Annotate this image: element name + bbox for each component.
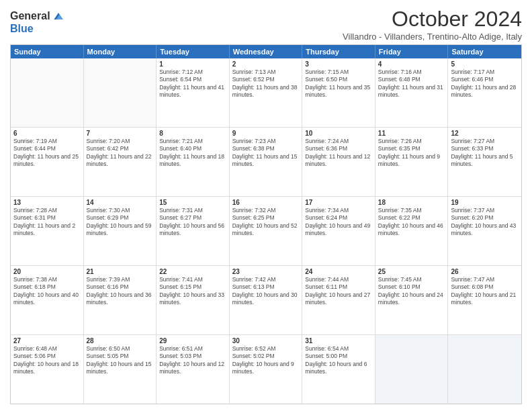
calendar-header: SundayMondayTuesdayWednesdayThursdayFrid… <box>11 45 521 58</box>
cell-sun-info: Sunrise: 7:15 AM Sunset: 6:50 PM Dayligh… <box>305 68 372 99</box>
calendar: SundayMondayTuesdayWednesdayThursdayFrid… <box>10 44 522 404</box>
header-day-friday: Friday <box>375 45 449 58</box>
day-cell-20: 20Sunrise: 7:38 AM Sunset: 6:18 PM Dayli… <box>11 266 84 334</box>
day-number: 26 <box>451 268 519 275</box>
day-cell-4: 4Sunrise: 7:16 AM Sunset: 6:48 PM Daylig… <box>375 58 449 127</box>
header-day-tuesday: Tuesday <box>157 45 230 58</box>
day-cell-15: 15Sunrise: 7:31 AM Sunset: 6:27 PM Dayli… <box>157 197 230 265</box>
location-subtitle: Villandro - Villanders, Trentino-Alto Ad… <box>343 32 522 42</box>
day-number: 9 <box>232 130 300 137</box>
cell-sun-info: Sunrise: 7:37 AM Sunset: 6:20 PM Dayligh… <box>451 207 519 238</box>
day-number: 30 <box>232 337 300 345</box>
calendar-week-2: 6Sunrise: 7:19 AM Sunset: 6:44 PM Daylig… <box>11 128 521 197</box>
header: General Blue October 2024 Villandro - Vi… <box>10 7 522 42</box>
calendar-week-4: 20Sunrise: 7:38 AM Sunset: 6:18 PM Dayli… <box>11 266 521 335</box>
cell-sun-info: Sunrise: 7:45 AM Sunset: 6:10 PM Dayligh… <box>378 276 445 307</box>
day-number: 29 <box>159 337 226 345</box>
day-cell-22: 22Sunrise: 7:41 AM Sunset: 6:15 PM Dayli… <box>157 266 230 334</box>
day-cell-2: 2Sunrise: 7:13 AM Sunset: 6:52 PM Daylig… <box>230 58 303 127</box>
day-number: 31 <box>305 337 372 345</box>
logo-icon <box>52 9 65 23</box>
day-number: 25 <box>378 268 445 275</box>
day-number: 6 <box>13 130 81 137</box>
day-cell-5: 5Sunrise: 7:17 AM Sunset: 6:46 PM Daylig… <box>448 58 521 127</box>
day-cell-6: 6Sunrise: 7:19 AM Sunset: 6:44 PM Daylig… <box>11 128 84 196</box>
empty-cell <box>375 335 449 404</box>
cell-sun-info: Sunrise: 7:30 AM Sunset: 6:29 PM Dayligh… <box>87 207 154 238</box>
day-cell-10: 10Sunrise: 7:24 AM Sunset: 6:36 PM Dayli… <box>302 128 375 196</box>
cell-sun-info: Sunrise: 6:52 AM Sunset: 5:02 PM Dayligh… <box>232 345 300 376</box>
day-number: 1 <box>159 60 226 68</box>
day-cell-19: 19Sunrise: 7:37 AM Sunset: 6:20 PM Dayli… <box>448 197 521 265</box>
day-cell-26: 26Sunrise: 7:47 AM Sunset: 6:08 PM Dayli… <box>448 266 521 334</box>
day-cell-24: 24Sunrise: 7:44 AM Sunset: 6:11 PM Dayli… <box>302 266 375 334</box>
calendar-week-5: 27Sunrise: 6:48 AM Sunset: 5:06 PM Dayli… <box>11 335 521 404</box>
header-day-saturday: Saturday <box>448 45 521 58</box>
day-cell-14: 14Sunrise: 7:30 AM Sunset: 6:29 PM Dayli… <box>84 197 157 265</box>
day-cell-23: 23Sunrise: 7:42 AM Sunset: 6:13 PM Dayli… <box>230 266 303 334</box>
cell-sun-info: Sunrise: 7:38 AM Sunset: 6:18 PM Dayligh… <box>13 276 81 307</box>
day-number: 11 <box>378 130 445 137</box>
day-number: 4 <box>378 60 445 68</box>
month-title: October 2024 <box>343 7 522 32</box>
day-number: 24 <box>305 268 372 275</box>
day-cell-28: 28Sunrise: 6:50 AM Sunset: 5:05 PM Dayli… <box>84 335 157 404</box>
day-cell-16: 16Sunrise: 7:32 AM Sunset: 6:25 PM Dayli… <box>230 197 303 265</box>
cell-sun-info: Sunrise: 7:28 AM Sunset: 6:31 PM Dayligh… <box>13 207 81 238</box>
cell-sun-info: Sunrise: 7:32 AM Sunset: 6:25 PM Dayligh… <box>232 207 300 238</box>
header-day-sunday: Sunday <box>11 45 84 58</box>
day-number: 10 <box>305 130 372 137</box>
day-number: 18 <box>378 199 445 206</box>
cell-sun-info: Sunrise: 7:39 AM Sunset: 6:16 PM Dayligh… <box>87 276 154 307</box>
day-number: 23 <box>232 268 300 275</box>
logo: General Blue <box>10 9 65 35</box>
cell-sun-info: Sunrise: 7:27 AM Sunset: 6:33 PM Dayligh… <box>451 138 519 169</box>
cell-sun-info: Sunrise: 7:23 AM Sunset: 6:38 PM Dayligh… <box>232 138 300 169</box>
cell-sun-info: Sunrise: 7:42 AM Sunset: 6:13 PM Dayligh… <box>232 276 300 307</box>
day-number: 20 <box>13 268 81 275</box>
page: General Blue October 2024 Villandro - Vi… <box>0 0 532 411</box>
cell-sun-info: Sunrise: 7:20 AM Sunset: 6:42 PM Dayligh… <box>87 138 154 169</box>
day-cell-11: 11Sunrise: 7:26 AM Sunset: 6:35 PM Dayli… <box>375 128 449 196</box>
day-number: 12 <box>451 130 519 137</box>
day-cell-13: 13Sunrise: 7:28 AM Sunset: 6:31 PM Dayli… <box>11 197 84 265</box>
cell-sun-info: Sunrise: 7:21 AM Sunset: 6:40 PM Dayligh… <box>159 138 226 169</box>
day-cell-7: 7Sunrise: 7:20 AM Sunset: 6:42 PM Daylig… <box>84 128 157 196</box>
cell-sun-info: Sunrise: 7:31 AM Sunset: 6:27 PM Dayligh… <box>159 207 226 238</box>
day-number: 19 <box>451 199 519 206</box>
day-number: 7 <box>87 130 154 137</box>
day-number: 8 <box>159 130 226 137</box>
cell-sun-info: Sunrise: 7:47 AM Sunset: 6:08 PM Dayligh… <box>451 276 519 307</box>
day-cell-1: 1Sunrise: 7:12 AM Sunset: 6:54 PM Daylig… <box>157 58 230 127</box>
day-number: 17 <box>305 199 372 206</box>
header-day-wednesday: Wednesday <box>230 45 303 58</box>
day-number: 27 <box>13 337 81 345</box>
cell-sun-info: Sunrise: 7:24 AM Sunset: 6:36 PM Dayligh… <box>305 138 372 169</box>
calendar-week-1: 1Sunrise: 7:12 AM Sunset: 6:54 PM Daylig… <box>11 58 521 128</box>
day-cell-8: 8Sunrise: 7:21 AM Sunset: 6:40 PM Daylig… <box>157 128 230 196</box>
day-number: 14 <box>87 199 154 206</box>
cell-sun-info: Sunrise: 7:44 AM Sunset: 6:11 PM Dayligh… <box>305 276 372 307</box>
empty-cell <box>84 58 157 127</box>
day-cell-12: 12Sunrise: 7:27 AM Sunset: 6:33 PM Dayli… <box>448 128 521 196</box>
header-day-monday: Monday <box>84 45 157 58</box>
day-number: 2 <box>232 60 300 68</box>
empty-cell <box>11 58 84 127</box>
cell-sun-info: Sunrise: 7:17 AM Sunset: 6:46 PM Dayligh… <box>451 68 519 99</box>
day-cell-30: 30Sunrise: 6:52 AM Sunset: 5:02 PM Dayli… <box>230 335 303 404</box>
header-day-thursday: Thursday <box>302 45 375 58</box>
day-cell-9: 9Sunrise: 7:23 AM Sunset: 6:38 PM Daylig… <box>230 128 303 196</box>
title-section: October 2024 Villandro - Villanders, Tre… <box>343 7 522 42</box>
day-cell-18: 18Sunrise: 7:35 AM Sunset: 6:22 PM Dayli… <box>375 197 449 265</box>
cell-sun-info: Sunrise: 7:26 AM Sunset: 6:35 PM Dayligh… <box>378 138 445 169</box>
cell-sun-info: Sunrise: 7:19 AM Sunset: 6:44 PM Dayligh… <box>13 138 81 169</box>
cell-sun-info: Sunrise: 7:13 AM Sunset: 6:52 PM Dayligh… <box>232 68 300 99</box>
day-number: 15 <box>159 199 226 206</box>
logo-general-text: General <box>10 10 50 22</box>
day-number: 5 <box>451 60 519 68</box>
day-cell-25: 25Sunrise: 7:45 AM Sunset: 6:10 PM Dayli… <box>375 266 449 334</box>
cell-sun-info: Sunrise: 6:51 AM Sunset: 5:03 PM Dayligh… <box>159 345 226 376</box>
day-number: 28 <box>87 337 154 345</box>
cell-sun-info: Sunrise: 7:12 AM Sunset: 6:54 PM Dayligh… <box>159 68 226 99</box>
calendar-week-3: 13Sunrise: 7:28 AM Sunset: 6:31 PM Dayli… <box>11 197 521 266</box>
